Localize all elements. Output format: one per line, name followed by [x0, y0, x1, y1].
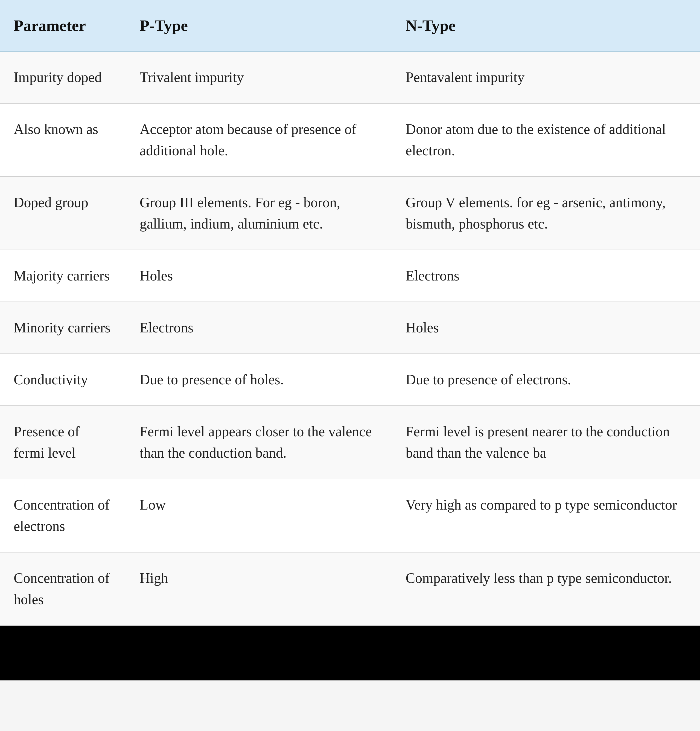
cell-ntype: Group V elements. for eg - arsenic, anti… — [392, 177, 700, 250]
cell-ptype: High — [126, 552, 392, 625]
table-row: Doped groupGroup III elements. For eg - … — [0, 177, 700, 250]
cell-ptype: Low — [126, 479, 392, 552]
header-ntype: N-Type — [392, 0, 700, 51]
table-row: Impurity dopedTrivalent impurityPentaval… — [0, 51, 700, 103]
cell-ntype: Pentavalent impurity — [392, 51, 700, 103]
cell-parameter: Majority carriers — [0, 250, 126, 302]
cell-ntype: Due to presence of electrons. — [392, 354, 700, 406]
cell-parameter: Also known as — [0, 103, 126, 177]
cell-ntype: Donor atom due to the existence of addit… — [392, 103, 700, 177]
table-row: Presence of fermi levelFermi level appea… — [0, 406, 700, 479]
comparison-table: Parameter P-Type N-Type Impurity dopedTr… — [0, 0, 700, 626]
cell-ntype: Comparatively less than p type semicondu… — [392, 552, 700, 625]
cell-ptype: Acceptor atom because of presence of add… — [126, 103, 392, 177]
cell-ntype: Fermi level is present nearer to the con… — [392, 406, 700, 479]
table-row: Concentration of electronsLowVery high a… — [0, 479, 700, 552]
comparison-table-container: Parameter P-Type N-Type Impurity dopedTr… — [0, 0, 700, 626]
table-row: Minority carriersElectronsHoles — [0, 302, 700, 354]
table-row: Also known asAcceptor atom because of pr… — [0, 103, 700, 177]
cell-ntype: Electrons — [392, 250, 700, 302]
black-footer — [0, 626, 700, 680]
cell-ntype: Very high as compared to p type semicond… — [392, 479, 700, 552]
cell-ptype: Due to presence of holes. — [126, 354, 392, 406]
cell-parameter: Concentration of holes — [0, 552, 126, 625]
cell-parameter: Impurity doped — [0, 51, 126, 103]
cell-parameter: Conductivity — [0, 354, 126, 406]
cell-ntype: Holes — [392, 302, 700, 354]
header-ptype: P-Type — [126, 0, 392, 51]
table-row: ConductivityDue to presence of holes.Due… — [0, 354, 700, 406]
cell-ptype: Trivalent impurity — [126, 51, 392, 103]
cell-ptype: Group III elements. For eg - boron, gall… — [126, 177, 392, 250]
table-row: Majority carriersHolesElectrons — [0, 250, 700, 302]
cell-ptype: Fermi level appears closer to the valenc… — [126, 406, 392, 479]
header-parameter: Parameter — [0, 0, 126, 51]
cell-parameter: Presence of fermi level — [0, 406, 126, 479]
cell-parameter: Concentration of electrons — [0, 479, 126, 552]
table-header-row: Parameter P-Type N-Type — [0, 0, 700, 51]
table-row: Concentration of holesHighComparatively … — [0, 552, 700, 625]
cell-ptype: Holes — [126, 250, 392, 302]
cell-parameter: Doped group — [0, 177, 126, 250]
cell-ptype: Electrons — [126, 302, 392, 354]
cell-parameter: Minority carriers — [0, 302, 126, 354]
